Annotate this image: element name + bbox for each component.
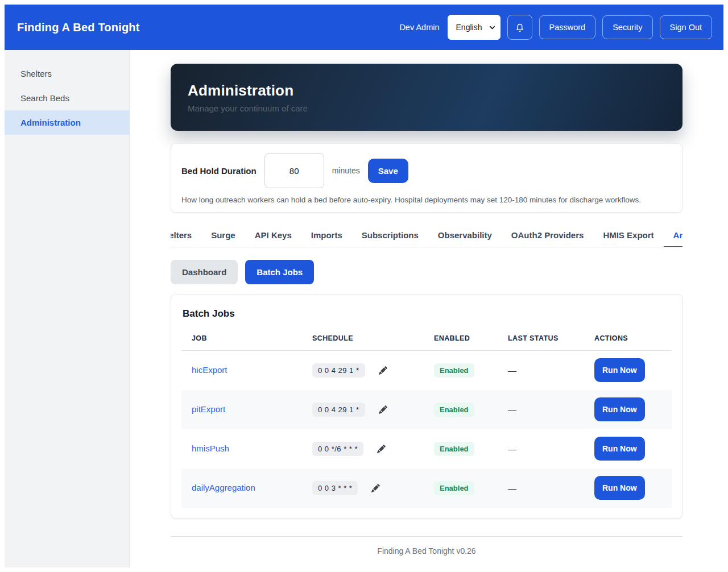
batch-jobs-button[interactable]: Batch Jobs <box>245 260 314 284</box>
top-navbar: Finding A Bed Tonight Dev Admin English … <box>5 5 723 50</box>
tab-imports[interactable]: Imports <box>301 225 352 247</box>
sidebar-item-shelters[interactable]: Shelters <box>5 61 129 86</box>
job-name-link[interactable]: pitExport <box>192 404 225 414</box>
admin-tabs: Shelters Surge API Keys Imports Subscrip… <box>171 225 682 247</box>
analytics-subnav: Dashboard Batch Jobs <box>171 260 682 284</box>
page-hero: Administration Manage your continuum of … <box>171 64 682 131</box>
tab-shelters[interactable]: Shelters <box>171 225 201 247</box>
table-row: hicExport 0 0 4 29 1 * Enabled — Run Now <box>181 351 672 390</box>
enabled-status-badge: Enabled <box>434 403 474 417</box>
edit-schedule-button[interactable] <box>376 443 387 454</box>
job-name-link[interactable]: dailyAggregation <box>192 483 255 492</box>
current-user-label: Dev Admin <box>399 23 439 32</box>
cron-schedule-chip: 0 0 4 29 1 * <box>312 403 365 417</box>
run-now-button[interactable]: Run Now <box>594 437 645 461</box>
tab-oauth2-providers[interactable]: OAuth2 Providers <box>502 225 594 247</box>
edit-schedule-button[interactable] <box>378 404 388 415</box>
edit-schedule-button[interactable] <box>370 483 381 494</box>
bed-hold-help-text: How long outreach workers can hold a bed… <box>181 196 672 204</box>
pencil-icon <box>379 366 387 375</box>
language-select-wrap: English <box>448 15 500 40</box>
sidebar-item-search-beds[interactable]: Search Beds <box>5 86 129 110</box>
table-row: dailyAggregation 0 0 3 * * * Enabled — R… <box>181 469 672 508</box>
job-name-link[interactable]: hmisPush <box>192 443 229 453</box>
bed-hold-settings-card: Bed Hold Duration minutes Save How long … <box>171 143 682 213</box>
sidebar: Shelters Search Beds Administration <box>5 50 130 567</box>
tab-subscriptions[interactable]: Subscriptions <box>352 225 428 247</box>
security-button[interactable]: Security <box>602 15 652 39</box>
save-button[interactable]: Save <box>368 159 408 183</box>
batch-jobs-card: Batch Jobs JOB SCHEDULE ENABLED LAST STA… <box>171 294 682 519</box>
enabled-status-badge: Enabled <box>434 442 474 456</box>
column-header-job: JOB <box>181 328 302 351</box>
job-name-link[interactable]: hicExport <box>192 365 228 375</box>
bell-icon <box>514 21 526 34</box>
page-footer: Finding A Bed Tonight v0.26 <box>171 536 682 565</box>
table-row: pitExport 0 0 4 29 1 * Enabled — Run Now <box>181 390 672 429</box>
column-header-enabled: ENABLED <box>424 328 498 351</box>
run-now-button[interactable]: Run Now <box>594 358 645 382</box>
tab-analytics[interactable]: Analytics <box>664 225 682 247</box>
page-subtitle: Manage your continuum of care <box>188 103 665 113</box>
cron-schedule-chip: 0 0 */6 * * * <box>312 442 363 456</box>
enabled-status-badge: Enabled <box>434 363 474 378</box>
dashboard-button[interactable]: Dashboard <box>171 260 238 284</box>
main-content: Administration Manage your continuum of … <box>130 50 723 567</box>
sign-out-button[interactable]: Sign Out <box>660 15 712 39</box>
pencil-icon <box>377 445 386 453</box>
language-select[interactable]: English <box>448 15 500 40</box>
last-status-value: — <box>498 351 584 390</box>
run-now-button[interactable]: Run Now <box>594 397 645 421</box>
pencil-icon <box>379 405 387 414</box>
page-title: Administration <box>188 82 665 100</box>
pencil-icon <box>371 484 380 492</box>
last-status-value: — <box>498 469 584 508</box>
batch-jobs-table: JOB SCHEDULE ENABLED LAST STATUS ACTIONS… <box>181 328 672 508</box>
app-brand: Finding A Bed Tonight <box>17 21 140 34</box>
minutes-unit-label: minutes <box>332 166 360 175</box>
last-status-value: — <box>498 429 584 469</box>
password-button[interactable]: Password <box>539 15 596 39</box>
tab-surge[interactable]: Surge <box>201 225 245 247</box>
edit-schedule-button[interactable] <box>378 365 388 376</box>
sidebar-item-administration[interactable]: Administration <box>5 110 129 135</box>
column-header-actions: ACTIONS <box>584 328 672 351</box>
bed-hold-duration-label: Bed Hold Duration <box>181 166 257 176</box>
navbar-actions: Dev Admin English Password Security Sign… <box>399 15 712 40</box>
app-version-label: Finding A Bed Tonight v0.26 <box>171 537 682 565</box>
page-body: Shelters Search Beds Administration Admi… <box>5 50 723 567</box>
tab-hmis-export[interactable]: HMIS Export <box>593 225 663 247</box>
cron-schedule-chip: 0 0 4 29 1 * <box>312 363 365 378</box>
last-status-value: — <box>498 390 584 429</box>
column-header-last-status: LAST STATUS <box>498 328 584 351</box>
column-header-schedule: SCHEDULE <box>302 328 424 351</box>
batch-jobs-title: Batch Jobs <box>181 304 672 328</box>
enabled-status-badge: Enabled <box>434 481 474 495</box>
tab-observability[interactable]: Observability <box>428 225 502 247</box>
cron-schedule-chip: 0 0 3 * * * <box>312 481 358 495</box>
run-now-button[interactable]: Run Now <box>594 476 645 500</box>
notifications-button[interactable] <box>507 15 532 40</box>
table-row: hmisPush 0 0 */6 * * * Enabled — Run Now <box>181 429 672 469</box>
bed-hold-duration-input[interactable] <box>264 153 324 188</box>
tab-api-keys[interactable]: API Keys <box>245 225 301 247</box>
